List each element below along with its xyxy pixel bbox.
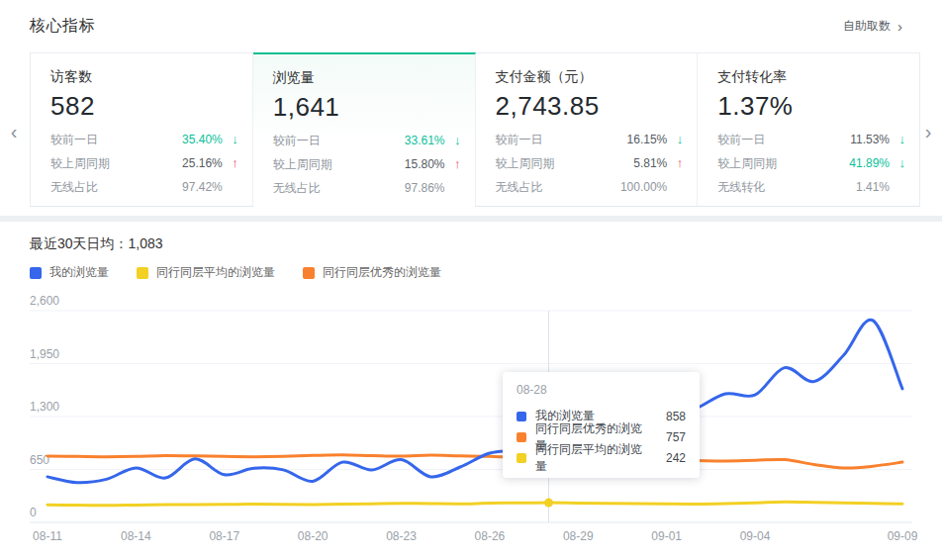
panel-header: 核心指标 自助取数 › bbox=[0, 0, 942, 52]
svg-text:0: 0 bbox=[30, 506, 37, 519]
tooltip-value: 757 bbox=[666, 430, 686, 444]
metric-row: 无线占比97.86% bbox=[273, 176, 461, 200]
card-value: 1.37% bbox=[717, 91, 905, 122]
metric-label: 较前一日 bbox=[50, 128, 182, 151]
metric-label: 无线转化 bbox=[717, 175, 856, 199]
metric-row: 较上周同期25.16%↑ bbox=[50, 151, 238, 175]
trend-arrow-icon: ↓ bbox=[890, 151, 905, 175]
metric-cards-row: 访客数 582 较前一日35.40%↓ 较上周同期25.16%↑ 无线占比97.… bbox=[30, 52, 920, 207]
metric-card-pageviews[interactable]: 浏览量 1,641 较前一日33.61%↓ 较上周同期15.80%↑ 无线占比9… bbox=[253, 52, 476, 206]
tooltip-swatch-blue bbox=[517, 412, 526, 421]
self-service-link[interactable]: 自助取数 › bbox=[843, 18, 902, 35]
metric-row: 较上周同期41.89%↓ bbox=[717, 151, 905, 175]
trend-arrow-icon: ↓ bbox=[223, 128, 238, 151]
metric-label: 无线占比 bbox=[273, 176, 405, 200]
tooltip-value: 858 bbox=[666, 410, 686, 423]
self-service-label: 自助取数 bbox=[843, 18, 891, 35]
svg-text:08-14: 08-14 bbox=[121, 529, 151, 543]
metric-value: 5.81% bbox=[633, 151, 667, 175]
card-title: 支付转化率 bbox=[717, 68, 905, 86]
core-metrics-panel: 核心指标 自助取数 › 访客数 582 较前一日35.40%↓ 较上周同期25.… bbox=[0, 0, 942, 216]
trend-arrow-icon: ↓ bbox=[890, 128, 905, 151]
trend-arrow-icon: ↓ bbox=[667, 128, 683, 151]
card-value: 2,743.85 bbox=[496, 91, 684, 122]
tooltip-date: 08-28 bbox=[517, 383, 686, 397]
metric-card-conversion-rate[interactable]: 支付转化率 1.37% 较前一日11.53%↓ 较上周同期41.89%↓ 无线转… bbox=[698, 52, 919, 206]
cards-next-button[interactable]: › bbox=[918, 121, 938, 143]
svg-text:08-20: 08-20 bbox=[298, 529, 329, 543]
svg-text:09-04: 09-04 bbox=[740, 529, 771, 543]
metric-label: 较上周同期 bbox=[717, 151, 849, 175]
trend-line-chart[interactable]: 06501,3001,9502,60008-1108-1408-1708-200… bbox=[0, 222, 942, 560]
card-title: 浏览量 bbox=[273, 69, 461, 87]
metric-value: 16.15% bbox=[627, 128, 668, 151]
svg-text:08-26: 08-26 bbox=[475, 529, 506, 543]
trend-arrow-icon: ↑ bbox=[223, 151, 238, 175]
metric-value: 97.42% bbox=[182, 175, 223, 199]
tooltip-swatch-yellow bbox=[517, 453, 526, 463]
svg-text:1,950: 1,950 bbox=[30, 347, 59, 361]
card-title: 支付金额（元） bbox=[496, 68, 684, 86]
svg-text:08-23: 08-23 bbox=[386, 529, 417, 543]
chevron-right-icon: › bbox=[897, 19, 902, 34]
metric-label: 较前一日 bbox=[273, 129, 405, 152]
metric-label: 无线占比 bbox=[50, 175, 182, 199]
metric-value: 35.40% bbox=[182, 128, 223, 151]
card-title: 访客数 bbox=[50, 68, 238, 86]
metric-label: 较前一日 bbox=[717, 128, 850, 151]
metric-label: 较前一日 bbox=[496, 128, 627, 151]
tooltip-value: 242 bbox=[666, 451, 686, 465]
svg-text:09-01: 09-01 bbox=[651, 529, 682, 543]
cards-prev-button[interactable]: ‹ bbox=[4, 121, 24, 143]
metric-value: 97.86% bbox=[405, 176, 445, 200]
metric-row: 较上周同期15.80%↑ bbox=[273, 152, 461, 176]
chart-tooltip: 08-28 我的浏览量 858 同行同层优秀的浏览量 757 同行同层平均的浏览… bbox=[503, 372, 700, 478]
trend-arrow-icon: ↓ bbox=[445, 129, 461, 152]
metric-value: 41.89% bbox=[849, 151, 890, 175]
metric-value: 11.53% bbox=[850, 128, 890, 151]
svg-text:1,300: 1,300 bbox=[30, 400, 59, 414]
metric-row: 较前一日35.40%↓ bbox=[50, 128, 238, 151]
metric-row: 较前一日16.15%↓ bbox=[496, 128, 684, 151]
card-value: 582 bbox=[50, 91, 238, 122]
tooltip-row: 同行同层平均的浏览量 242 bbox=[517, 447, 686, 468]
metric-label: 较上周同期 bbox=[496, 151, 634, 175]
metric-label: 较上周同期 bbox=[273, 152, 405, 176]
svg-text:09-09: 09-09 bbox=[888, 529, 918, 543]
trend-chart-panel: 最近30天日均：1,083 我的浏览量 同行同层平均的浏览量 同行同层优秀的浏览… bbox=[0, 222, 942, 560]
metric-row: 无线占比100.00% bbox=[496, 175, 684, 199]
metric-value: 25.16% bbox=[182, 151, 223, 175]
svg-text:08-11: 08-11 bbox=[33, 529, 62, 543]
trend-arrow-icon: ↑ bbox=[445, 152, 461, 176]
metric-label: 较上周同期 bbox=[50, 151, 182, 175]
svg-text:2,600: 2,600 bbox=[30, 294, 59, 308]
trend-arrow-icon: ↑ bbox=[667, 151, 683, 175]
metric-row: 无线转化1.41% bbox=[717, 175, 905, 199]
tooltip-swatch-orange bbox=[517, 432, 526, 442]
metric-row: 较前一日33.61%↓ bbox=[273, 129, 461, 152]
page-title: 核心指标 bbox=[30, 16, 95, 37]
metric-card-payment-amount[interactable]: 支付金额（元） 2,743.85 较前一日16.15%↓ 较上周同期5.81%↑… bbox=[476, 52, 699, 206]
metric-value: 33.61% bbox=[405, 129, 445, 152]
metric-label: 无线占比 bbox=[496, 175, 620, 199]
metric-card-visitors[interactable]: 访客数 582 较前一日35.40%↓ 较上周同期25.16%↑ 无线占比97.… bbox=[31, 52, 253, 206]
metric-row: 较前一日11.53%↓ bbox=[717, 128, 905, 151]
svg-text:08-17: 08-17 bbox=[209, 529, 239, 543]
card-value: 1,641 bbox=[273, 92, 461, 123]
svg-text:08-29: 08-29 bbox=[563, 529, 594, 543]
metric-row: 较上周同期5.81%↑ bbox=[496, 151, 684, 175]
metric-row: 无线占比97.42% bbox=[50, 175, 238, 199]
metric-value: 100.00% bbox=[620, 175, 667, 199]
tooltip-label: 同行同层平均的浏览量 bbox=[535, 441, 652, 475]
metric-value: 1.41% bbox=[856, 175, 890, 199]
metric-value: 15.80% bbox=[405, 152, 445, 176]
